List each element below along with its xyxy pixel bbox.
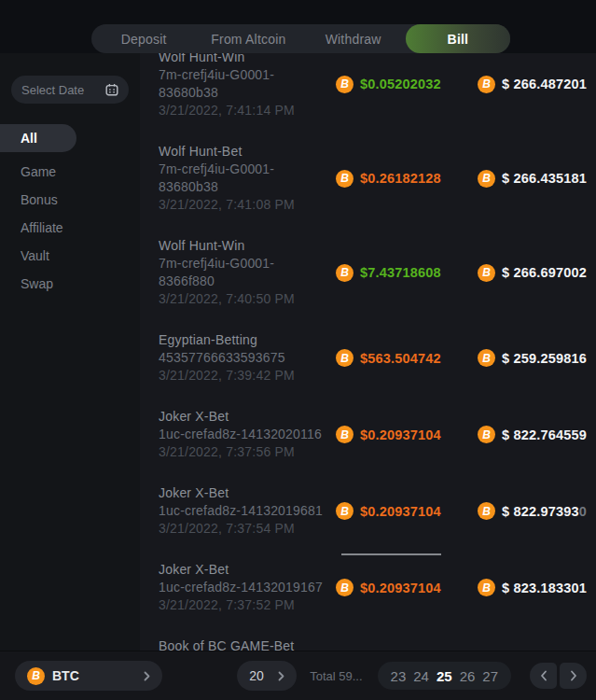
transaction-timestamp: 3/21/2022, 7:37:52 PM bbox=[159, 596, 336, 614]
filter-label: Bonus bbox=[21, 192, 58, 207]
transaction-id: 7m-crefj4iu-G0001- 83680b38 bbox=[159, 66, 336, 102]
tab[interactable]: From Altcoin bbox=[196, 24, 300, 53]
filter-item[interactable]: Affiliate bbox=[0, 218, 140, 236]
next-page-button[interactable] bbox=[560, 663, 587, 689]
transaction-row[interactable]: Egyptian-Betting 45357766633593675 3/21/… bbox=[140, 331, 596, 385]
page-size-selector[interactable]: 20 bbox=[237, 661, 297, 691]
transaction-balance: $ 266.487201 bbox=[502, 77, 587, 91]
select-date-button[interactable]: Select Date bbox=[11, 76, 129, 104]
transaction-title: Egyptian-Betting bbox=[159, 331, 336, 349]
transaction-timestamp: 3/21/2022, 7:40:50 PM bbox=[159, 290, 336, 308]
transaction-balance-group: B $ 822.973930 bbox=[478, 502, 587, 520]
content-area: Select Date All Game bbox=[0, 53, 596, 651]
transaction-info: Joker X-Bet 1uc-crefad8z-14132020116 3/2… bbox=[159, 408, 336, 461]
filter-label: Game bbox=[21, 164, 56, 179]
transaction-row[interactable]: Joker X-Bet 1uc-crefad8z-14132019167 3/2… bbox=[140, 561, 596, 614]
bitcoin-icon: B bbox=[336, 349, 353, 367]
filter-item[interactable]: Bonus bbox=[0, 190, 140, 208]
transaction-id: 1uc-crefad8z-14132020116 bbox=[159, 426, 336, 443]
bitcoin-icon: B bbox=[27, 667, 45, 685]
transaction-id: 1uc-crefad8z-14132019681 bbox=[159, 502, 336, 520]
tab[interactable]: Bill bbox=[406, 24, 510, 53]
prev-page-button[interactable] bbox=[530, 663, 557, 689]
transaction-balance-group: B $ 822.764559 bbox=[478, 426, 587, 443]
page-number[interactable]: 26 bbox=[460, 668, 476, 684]
transaction-info: Book of BC GAME-Bet bbox=[159, 637, 336, 651]
transaction-balance: $ 822.764559 bbox=[502, 427, 587, 442]
transaction-amount: $0.20937104 bbox=[360, 504, 441, 519]
pagination: 23 24 25 26 27 bbox=[378, 662, 511, 690]
transaction-row[interactable]: Wolf Hunt-Bet 7m-crefj4iu-G0001- 83680b3… bbox=[140, 143, 596, 214]
transaction-amount-group: B $0.26182128 bbox=[336, 170, 478, 188]
transaction-info: Joker X-Bet 1uc-crefad8z-14132019681 3/2… bbox=[159, 484, 336, 538]
transaction-amount-group: B $0.20937104 bbox=[336, 502, 478, 520]
filter-item[interactable]: All bbox=[0, 124, 76, 152]
tab-label: Bill bbox=[448, 32, 469, 47]
filter-item[interactable]: Vault bbox=[0, 246, 140, 264]
transaction-timestamp: 3/21/2022, 7:39:42 PM bbox=[159, 367, 336, 385]
bitcoin-icon: B bbox=[478, 264, 495, 282]
transaction-row[interactable]: Book of BC GAME-Bet B B bbox=[140, 637, 596, 651]
transaction-row[interactable]: Wolf Hunt-Win 7m-crefj4iu-G0001- 83680b3… bbox=[140, 53, 596, 119]
transaction-timestamp: 3/21/2022, 7:41:08 PM bbox=[159, 196, 336, 214]
transaction-amount: $0.05202032 bbox=[360, 77, 441, 91]
bitcoin-icon: B bbox=[336, 502, 353, 520]
page-number-label: 25 bbox=[437, 668, 452, 684]
transaction-list: Wolf Hunt-Win 7m-crefj4iu-G0001- 83680b3… bbox=[140, 53, 596, 651]
select-date-label: Select Date bbox=[21, 83, 84, 97]
bitcoin-icon: B bbox=[478, 349, 495, 367]
bitcoin-icon: B bbox=[336, 76, 353, 93]
page-number-label: 26 bbox=[460, 668, 476, 684]
transaction-balance: $ 823.183301 bbox=[502, 581, 587, 595]
transaction-balance: $ 266.697002 bbox=[502, 265, 587, 280]
filter-item[interactable]: Swap bbox=[0, 274, 140, 292]
transaction-timestamp: 3/21/2022, 7:41:14 PM bbox=[159, 102, 336, 119]
transaction-amount: $0.20937104 bbox=[360, 427, 441, 442]
transaction-title: Joker X-Bet bbox=[159, 408, 336, 426]
filter-item[interactable]: Game bbox=[0, 162, 140, 180]
list-divider bbox=[341, 553, 441, 555]
transaction-amount-group: B $563.504742 bbox=[336, 349, 478, 367]
tab[interactable]: Deposit bbox=[91, 24, 196, 53]
chevron-right-icon bbox=[144, 671, 150, 681]
bitcoin-icon: B bbox=[478, 426, 495, 443]
bitcoin-icon: B bbox=[478, 170, 495, 188]
transaction-row[interactable]: Joker X-Bet 1uc-crefad8z-14132019681 3/2… bbox=[140, 484, 596, 538]
transaction-amount: $563.504742 bbox=[360, 351, 441, 366]
transaction-amount-group: B $0.05202032 bbox=[336, 76, 478, 93]
filter-label: Vault bbox=[21, 248, 49, 263]
transaction-title: Wolf Hunt-Bet bbox=[159, 143, 336, 161]
filter-label: Swap bbox=[21, 276, 53, 291]
bitcoin-icon: B bbox=[478, 502, 495, 520]
transaction-balance-group: B $ 266.487201 bbox=[478, 76, 587, 93]
bitcoin-icon: B bbox=[336, 426, 353, 443]
filter-label: Affiliate bbox=[21, 220, 63, 235]
transaction-balance-group: B $ 266.697002 bbox=[478, 264, 587, 282]
chevron-right-icon bbox=[278, 671, 284, 681]
transaction-info: Wolf Hunt-Win 7m-crefj4iu-G0001- 83680b3… bbox=[159, 53, 336, 119]
filter-label: All bbox=[21, 131, 37, 146]
transaction-id: 7m-crefj4iu-G0001- 83680b38 bbox=[159, 161, 336, 196]
page-number[interactable]: 23 bbox=[391, 668, 407, 684]
balance-dim-digit: 0 bbox=[579, 504, 587, 519]
bitcoin-icon: B bbox=[336, 579, 353, 596]
page-number[interactable]: 25 bbox=[437, 668, 452, 684]
transaction-row[interactable]: Wolf Hunt-Win 7m-crefj4iu-G0001- 8366f88… bbox=[140, 237, 596, 308]
transaction-amount: $7.43718608 bbox=[360, 265, 441, 280]
transaction-timestamp: 3/21/2022, 7:37:54 PM bbox=[159, 520, 336, 538]
footer-bar: B BTC 20 Total 59... 23 24 25 26 bbox=[0, 651, 596, 700]
transaction-tabbar: Deposit From Altcoin Withdraw Bill bbox=[91, 24, 510, 53]
transaction-amount-group: B $7.43718608 bbox=[336, 264, 478, 282]
page-number-label: 23 bbox=[391, 668, 407, 684]
page-number[interactable]: 24 bbox=[413, 668, 429, 684]
tab[interactable]: Withdraw bbox=[301, 24, 406, 53]
transaction-balance: $ 266.435181 bbox=[502, 171, 587, 186]
page-number-label: 27 bbox=[482, 668, 498, 684]
transaction-info: Egyptian-Betting 45357766633593675 3/21/… bbox=[159, 331, 336, 385]
bitcoin-icon: B bbox=[478, 76, 495, 93]
page-size-value: 20 bbox=[249, 668, 264, 683]
transaction-row[interactable]: Joker X-Bet 1uc-crefad8z-14132020116 3/2… bbox=[140, 408, 596, 461]
tab-label: Withdraw bbox=[326, 32, 381, 47]
page-number[interactable]: 27 bbox=[482, 668, 498, 684]
currency-selector[interactable]: B BTC bbox=[15, 661, 162, 691]
